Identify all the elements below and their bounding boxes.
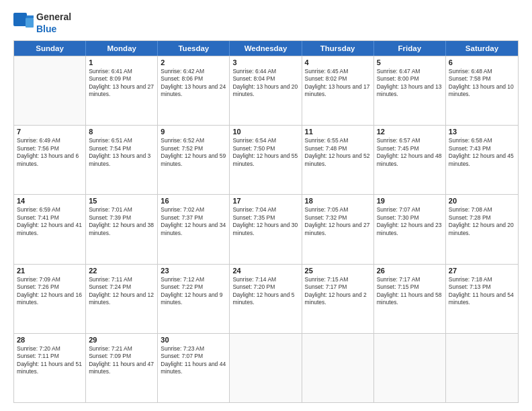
- calendar-day-16: 16Sunrise: 7:02 AM Sunset: 7:37 PM Dayli…: [158, 195, 230, 263]
- day-number: 6: [449, 58, 515, 66]
- day-number: 28: [17, 336, 83, 344]
- calendar-day-26: 26Sunrise: 7:17 AM Sunset: 7:15 PM Dayli…: [374, 265, 446, 333]
- day-number: 30: [161, 336, 226, 344]
- calendar-day-7: 7Sunrise: 6:49 AM Sunset: 7:56 PM Daylig…: [14, 126, 86, 194]
- day-info: Sunrise: 6:54 AM Sunset: 7:50 PM Dayligh…: [232, 137, 298, 168]
- calendar-day-12: 12Sunrise: 6:57 AM Sunset: 7:45 PM Dayli…: [374, 126, 446, 194]
- calendar-header-wednesday: Wednesday: [230, 41, 302, 56]
- day-number: 5: [377, 58, 443, 66]
- day-number: 11: [305, 128, 371, 136]
- calendar: SundayMondayTuesdayWednesdayThursdayFrid…: [13, 40, 519, 403]
- day-number: 18: [305, 197, 371, 205]
- day-number: 7: [17, 128, 83, 136]
- day-number: 25: [305, 267, 371, 275]
- calendar-day-11: 11Sunrise: 6:55 AM Sunset: 7:48 PM Dayli…: [302, 126, 374, 194]
- calendar-day-23: 23Sunrise: 7:12 AM Sunset: 7:22 PM Dayli…: [158, 265, 230, 333]
- calendar-day-17: 17Sunrise: 7:04 AM Sunset: 7:35 PM Dayli…: [230, 195, 302, 263]
- day-number: 15: [89, 197, 154, 205]
- page: General Blue SundayMondayTuesdayWednesda…: [0, 0, 532, 411]
- day-number: 16: [161, 197, 226, 205]
- day-info: Sunrise: 7:07 AM Sunset: 7:30 PM Dayligh…: [377, 206, 443, 237]
- calendar-week-3: 14Sunrise: 6:59 AM Sunset: 7:41 PM Dayli…: [14, 194, 518, 263]
- day-info: Sunrise: 7:18 AM Sunset: 7:13 PM Dayligh…: [449, 276, 515, 307]
- calendar-header-thursday: Thursday: [302, 41, 374, 56]
- day-number: 29: [89, 336, 154, 344]
- day-number: 1: [89, 58, 154, 66]
- day-info: Sunrise: 7:01 AM Sunset: 7:39 PM Dayligh…: [89, 206, 154, 237]
- day-info: Sunrise: 6:44 AM Sunset: 8:04 PM Dayligh…: [232, 68, 298, 99]
- day-info: Sunrise: 7:12 AM Sunset: 7:22 PM Dayligh…: [161, 276, 226, 307]
- day-info: Sunrise: 7:21 AM Sunset: 7:09 PM Dayligh…: [89, 345, 154, 376]
- calendar-day-4: 4Sunrise: 6:45 AM Sunset: 8:02 PM Daylig…: [302, 56, 374, 125]
- day-info: Sunrise: 7:17 AM Sunset: 7:15 PM Dayligh…: [377, 276, 443, 307]
- calendar-day-empty: [230, 334, 302, 402]
- day-info: Sunrise: 7:05 AM Sunset: 7:32 PM Dayligh…: [305, 206, 371, 237]
- day-info: Sunrise: 6:45 AM Sunset: 8:02 PM Dayligh…: [305, 68, 371, 99]
- calendar-day-empty: [14, 56, 86, 125]
- day-info: Sunrise: 6:58 AM Sunset: 7:43 PM Dayligh…: [449, 137, 515, 168]
- calendar-day-5: 5Sunrise: 6:47 AM Sunset: 8:00 PM Daylig…: [374, 56, 446, 125]
- day-number: 24: [232, 267, 298, 275]
- day-info: Sunrise: 7:20 AM Sunset: 7:11 PM Dayligh…: [17, 345, 83, 376]
- calendar-day-10: 10Sunrise: 6:54 AM Sunset: 7:50 PM Dayli…: [230, 126, 302, 194]
- day-number: 9: [161, 128, 226, 136]
- calendar-day-28: 28Sunrise: 7:20 AM Sunset: 7:11 PM Dayli…: [14, 334, 86, 402]
- calendar-day-9: 9Sunrise: 6:52 AM Sunset: 7:52 PM Daylig…: [158, 126, 230, 194]
- calendar-week-2: 7Sunrise: 6:49 AM Sunset: 7:56 PM Daylig…: [14, 125, 518, 194]
- day-number: 10: [232, 128, 298, 136]
- calendar-day-empty: [446, 334, 518, 402]
- day-number: 3: [232, 58, 298, 66]
- calendar-day-25: 25Sunrise: 7:15 AM Sunset: 7:17 PM Dayli…: [302, 265, 374, 333]
- day-number: 4: [305, 58, 371, 66]
- day-info: Sunrise: 6:59 AM Sunset: 7:41 PM Dayligh…: [17, 206, 83, 237]
- day-number: 23: [161, 267, 226, 275]
- header: General Blue: [13, 11, 519, 35]
- day-number: 20: [449, 197, 515, 205]
- day-info: Sunrise: 7:02 AM Sunset: 7:37 PM Dayligh…: [161, 206, 226, 237]
- calendar-day-2: 2Sunrise: 6:42 AM Sunset: 8:06 PM Daylig…: [158, 56, 230, 125]
- calendar-header-monday: Monday: [86, 41, 158, 56]
- calendar-week-1: 1Sunrise: 6:41 AM Sunset: 8:09 PM Daylig…: [14, 56, 518, 125]
- calendar-day-29: 29Sunrise: 7:21 AM Sunset: 7:09 PM Dayli…: [86, 334, 158, 402]
- day-number: 2: [161, 58, 226, 66]
- day-info: Sunrise: 6:55 AM Sunset: 7:48 PM Dayligh…: [305, 137, 371, 168]
- day-number: 26: [377, 267, 443, 275]
- calendar-day-24: 24Sunrise: 7:14 AM Sunset: 7:20 PM Dayli…: [230, 265, 302, 333]
- day-info: Sunrise: 6:48 AM Sunset: 7:58 PM Dayligh…: [449, 68, 515, 99]
- day-info: Sunrise: 7:14 AM Sunset: 7:20 PM Dayligh…: [232, 276, 298, 307]
- calendar-header-tuesday: Tuesday: [158, 41, 230, 56]
- calendar-header-sunday: Sunday: [14, 41, 86, 56]
- day-number: 17: [232, 197, 298, 205]
- calendar-day-empty: [302, 334, 374, 402]
- day-number: 13: [449, 128, 515, 136]
- day-info: Sunrise: 7:11 AM Sunset: 7:24 PM Dayligh…: [89, 276, 154, 307]
- calendar-day-3: 3Sunrise: 6:44 AM Sunset: 8:04 PM Daylig…: [230, 56, 302, 125]
- calendar-week-5: 28Sunrise: 7:20 AM Sunset: 7:11 PM Dayli…: [14, 333, 518, 402]
- calendar-day-empty: [374, 334, 446, 402]
- calendar-day-15: 15Sunrise: 7:01 AM Sunset: 7:39 PM Dayli…: [86, 195, 158, 263]
- day-info: Sunrise: 6:52 AM Sunset: 7:52 PM Dayligh…: [161, 137, 226, 168]
- general-blue-icon: [13, 13, 34, 33]
- calendar-day-30: 30Sunrise: 7:23 AM Sunset: 7:07 PM Dayli…: [158, 334, 230, 402]
- calendar-day-19: 19Sunrise: 7:07 AM Sunset: 7:30 PM Dayli…: [374, 195, 446, 263]
- day-number: 21: [17, 267, 83, 275]
- day-info: Sunrise: 7:15 AM Sunset: 7:17 PM Dayligh…: [305, 276, 371, 307]
- calendar-day-6: 6Sunrise: 6:48 AM Sunset: 7:58 PM Daylig…: [446, 56, 518, 125]
- svg-marker-2: [26, 15, 34, 18]
- calendar-day-14: 14Sunrise: 6:59 AM Sunset: 7:41 PM Dayli…: [14, 195, 86, 263]
- calendar-day-8: 8Sunrise: 6:51 AM Sunset: 7:54 PM Daylig…: [86, 126, 158, 194]
- day-number: 19: [377, 197, 443, 205]
- calendar-day-13: 13Sunrise: 6:58 AM Sunset: 7:43 PM Dayli…: [446, 126, 518, 194]
- svg-rect-1: [26, 18, 34, 28]
- svg-rect-0: [13, 13, 27, 26]
- day-info: Sunrise: 7:09 AM Sunset: 7:26 PM Dayligh…: [17, 276, 83, 307]
- calendar-day-18: 18Sunrise: 7:05 AM Sunset: 7:32 PM Dayli…: [302, 195, 374, 263]
- day-number: 22: [89, 267, 154, 275]
- calendar-body: 1Sunrise: 6:41 AM Sunset: 8:09 PM Daylig…: [14, 56, 518, 402]
- calendar-day-22: 22Sunrise: 7:11 AM Sunset: 7:24 PM Dayli…: [86, 265, 158, 333]
- calendar-header: SundayMondayTuesdayWednesdayThursdayFrid…: [14, 41, 518, 56]
- calendar-day-21: 21Sunrise: 7:09 AM Sunset: 7:26 PM Dayli…: [14, 265, 86, 333]
- day-info: Sunrise: 6:51 AM Sunset: 7:54 PM Dayligh…: [89, 137, 154, 168]
- day-info: Sunrise: 7:08 AM Sunset: 7:28 PM Dayligh…: [449, 206, 515, 237]
- day-info: Sunrise: 7:23 AM Sunset: 7:07 PM Dayligh…: [161, 345, 226, 376]
